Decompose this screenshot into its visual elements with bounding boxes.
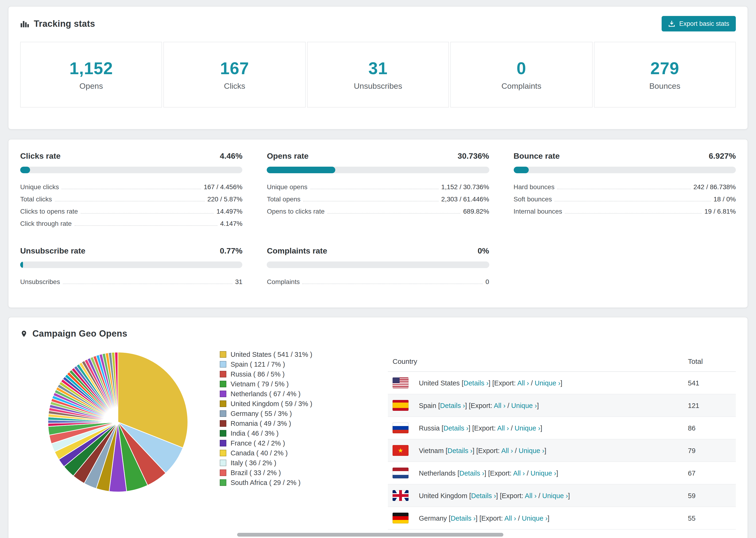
details-link[interactable]: Details › [471,492,496,499]
rate-detail-value: 242 / 86.738% [693,183,736,190]
rate-detail-row: Internal bounces 19 / 6.81% [513,205,736,217]
export-all-link[interactable]: All › [501,447,513,454]
ru-flag-icon [393,422,408,433]
flag-cell [388,372,414,394]
rate-detail-row: Total opens 2,303 / 61.446% [267,193,489,205]
rate-detail-value: 689.82% [463,207,489,215]
geo-table-row: Netherlands [Details ›] [Export: All › /… [388,462,736,484]
legend-label: Romania ( 49 / 3% ) [231,420,291,427]
legend-label: South Africa ( 29 / 2% ) [231,479,300,486]
rate-progress-fill [513,167,529,173]
legend-item: Russia ( 86 / 5% ) [220,371,361,378]
rate-detail-row: Click through rate 4.147% [20,217,243,230]
rate-detail-row: Complaints 0 [267,276,489,288]
rate-detail-label: Total clicks [20,195,52,203]
rate-detail-value: 1,152 / 30.736% [441,183,489,190]
export-icon [669,20,675,27]
export-all-link[interactable]: All › [504,514,516,522]
details-link[interactable]: Details › [463,379,488,387]
details-link[interactable]: Details › [444,424,468,432]
rate-detail-row: Hard bounces 242 / 86.738% [513,181,736,193]
stat-label: Opens [80,81,103,91]
legend-swatch [220,410,226,417]
export-all-link[interactable]: All › [513,469,525,477]
legend-label: Netherlands ( 67 / 4% ) [231,391,300,398]
tracking-stats-title-text: Tracking stats [34,19,95,29]
export-unique-link[interactable]: Unique › [535,379,561,387]
us-flag-icon [393,377,408,388]
export-all-link[interactable]: All › [525,492,536,499]
bar-chart-icon [20,19,29,28]
total-cell: 59 [683,484,736,507]
total-cell: 55 [683,507,736,529]
stat-box-complaints: 0 Complaints [450,42,592,108]
details-link[interactable]: Details › [448,447,472,454]
export-unique-link[interactable]: Unique › [522,514,548,522]
export-unique-link[interactable]: Unique › [519,447,544,454]
gb-flag-icon [393,490,408,501]
rate-value: 30.736% [458,152,489,161]
export-unique-link[interactable]: Unique › [514,424,540,432]
geo-table-header-row: Country Total [388,351,736,372]
rate-title: Unsubscribe rate [20,246,85,256]
rate-detail-label: Clicks to opens rate [20,207,78,215]
rate-value: 0% [477,246,489,256]
rate-detail-row: Clicks to opens rate 14.497% [20,205,243,217]
details-link[interactable]: Details › [440,402,465,409]
legend-swatch [220,381,226,388]
export-all-link[interactable]: All › [517,379,529,387]
rate-title: Bounce rate [513,152,560,161]
country-column-header: Country [388,351,683,372]
rate-block: Opens rate 30.736% Unique opens 1,152 / … [267,152,489,230]
page: Tracking stats Export basic stats 1,152 … [0,0,756,538]
export-unique-link[interactable]: Unique › [531,469,557,477]
legend-swatch [220,440,226,447]
stat-box-bounces: 279 Bounces [594,42,736,108]
country-name: United Kingdom [419,492,467,499]
rate-progress-bar [20,261,243,268]
export-basic-stats-button[interactable]: Export basic stats [662,16,736,31]
tracking-stats-card: Tracking stats Export basic stats 1,152 … [8,6,748,130]
export-all-link[interactable]: All › [494,402,506,409]
geo-table-row: United Kingdom [Details ›] [Export: All … [388,484,736,507]
geo-opens-title: Campaign Geo Opens [20,329,127,339]
geo-table-row: ★ Vietnam [Details ›] [Export: All › / U… [388,439,736,462]
rate-detail-row: Unique opens 1,152 / 30.736% [267,181,489,193]
country-name: Russia [419,424,440,432]
stats-row: 1,152 Opens 167 Clicks 31 Unsubscribes 0… [20,42,736,108]
rate-detail-value: 14.497% [216,207,243,215]
stat-value: 167 [220,58,249,78]
country-name: United States [419,379,460,387]
details-link[interactable]: Details › [459,469,484,477]
geo-table-wrap: Country Total United States [Details ›] … [388,351,736,529]
rate-detail-label: Click through rate [20,220,72,227]
country-cell: Vietnam [Details ›] [Export: All › / Uni… [414,439,683,462]
stat-value: 1,152 [70,58,113,78]
country-name: Germany [419,514,447,522]
legend-swatch [220,401,226,407]
rate-head: Complaints rate 0% [267,246,489,256]
dotted-leader [303,284,483,284]
country-cell: Germany [Details ›] [Export: All › / Uni… [414,507,683,529]
dotted-leader [555,201,711,201]
legend-swatch [220,460,226,466]
export-unique-link[interactable]: Unique › [511,402,537,409]
flag-cell [388,462,414,484]
export-all-link[interactable]: All › [497,424,509,432]
horizontal-scrollbar-thumb[interactable] [237,533,503,537]
rate-detail-label: Internal bounces [513,207,562,215]
legend-item: India ( 46 / 3% ) [220,430,361,437]
dotted-leader [75,225,217,226]
rate-detail-row: Unsubscribes 31 [20,276,243,288]
country-name: Vietnam [419,447,444,454]
legend-label: United States ( 541 / 31% ) [231,351,312,358]
export-unique-link[interactable]: Unique › [542,492,568,499]
legend-item: United Kingdom ( 59 / 3% ) [220,401,361,407]
geo-opens-title-text: Campaign Geo Opens [32,329,127,339]
legend-label: United Kingdom ( 59 / 3% ) [231,401,312,407]
dotted-leader [565,213,702,214]
legend-item: South Africa ( 29 / 2% ) [220,479,361,486]
legend-item: Spain ( 121 / 7% ) [220,361,361,368]
rate-block: Complaints rate 0% Complaints 0 [267,246,489,288]
details-link[interactable]: Details › [451,514,475,522]
